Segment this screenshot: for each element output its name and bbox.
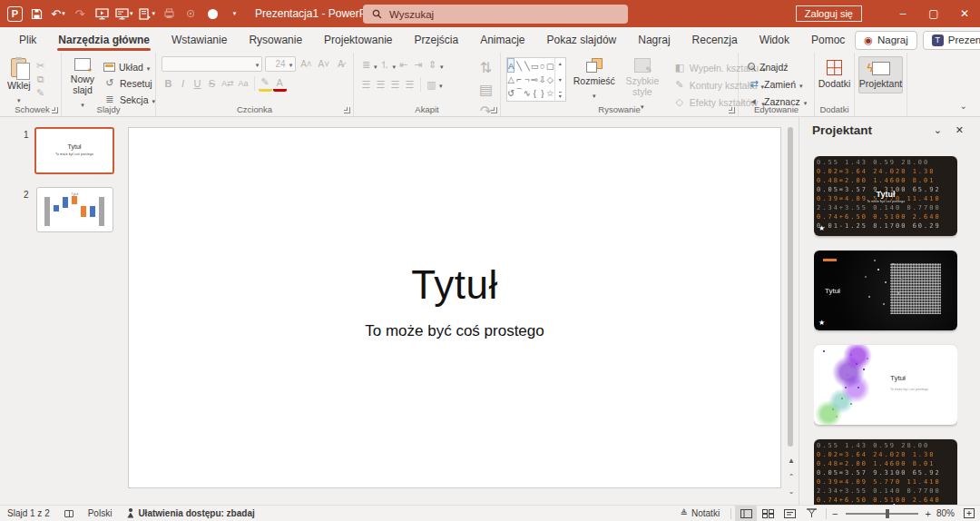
slide-sorter-view-button[interactable] <box>757 506 779 521</box>
shape-icon[interactable]: ⌒ <box>514 86 524 101</box>
align-left-icon[interactable]: ☰ <box>359 78 373 92</box>
tab-plik[interactable]: Plik <box>9 29 46 51</box>
text-box-shape-icon[interactable]: A <box>507 58 514 73</box>
scrollbar-thumb[interactable] <box>788 127 793 447</box>
align-center-icon[interactable]: ☰ <box>374 78 387 92</box>
redo-icon[interactable]: ↷ <box>72 5 88 23</box>
minimize-button[interactable]: – <box>887 0 918 27</box>
language-button[interactable]: Polski <box>81 506 120 521</box>
slideshow-view-button[interactable] <box>800 506 822 521</box>
tab-nagraj[interactable]: Nagraj <box>628 29 680 51</box>
increase-indent-icon[interactable]: ⇥ <box>411 58 425 72</box>
powerpoint-logo-icon[interactable]: P <box>7 6 23 22</box>
slide-thumbnail-1[interactable]: Tytuł To może być coś prostego <box>34 127 114 174</box>
shape-icon[interactable]: ¬ <box>524 73 531 85</box>
highlight-color-icon[interactable]: ✎ <box>259 75 272 92</box>
addins-button[interactable]: Dodatki <box>815 56 854 89</box>
paste-button[interactable]: Wklej <box>4 54 34 104</box>
font-size-select[interactable]: 24 <box>265 56 296 72</box>
designer-button[interactable]: Projektant <box>858 56 903 93</box>
text-direction-icon[interactable]: ⇅ <box>477 58 495 77</box>
change-case-icon[interactable]: Aa <box>237 78 250 89</box>
slide-subtitle-text[interactable]: To może być coś prostego <box>129 322 780 340</box>
align-right-icon[interactable]: ☰ <box>388 78 402 92</box>
bold-icon[interactable]: B <box>162 77 175 90</box>
align-text-icon[interactable]: ▤ <box>477 80 495 99</box>
shape-icon[interactable]: ⇩ <box>539 73 546 85</box>
presence-toggle-icon[interactable] <box>204 5 220 23</box>
design-idea-4[interactable]: 0.55 1.43 0.59 28.000.02=3.64 24.020 1.3… <box>814 439 957 505</box>
quick-styles-button[interactable]: Szybkie style <box>622 54 662 111</box>
shape-icon[interactable]: { <box>531 86 539 101</box>
grow-font-icon[interactable]: A˄ <box>299 58 313 70</box>
font-name-select[interactable] <box>162 56 262 72</box>
paragraph-dialog-launcher[interactable] <box>491 107 497 113</box>
maximize-button[interactable]: ▢ <box>918 0 949 27</box>
shape-icon[interactable]: ⌐ <box>514 73 524 85</box>
slideshow-icon[interactable]: ▾ <box>115 5 133 23</box>
shapes-gallery-scroll[interactable]: ▴▾▾ <box>554 58 565 101</box>
font-color-icon[interactable]: A <box>273 76 287 92</box>
current-slide[interactable]: Tytuł To może być coś prostego <box>128 127 781 488</box>
notes-button[interactable]: ≜ Notatki <box>673 506 728 521</box>
tab-projektowanie[interactable]: Projektowanie <box>314 29 402 51</box>
line-spacing-icon[interactable]: ⇕ <box>426 58 439 72</box>
present-options-icon[interactable]: ▾ <box>139 5 156 23</box>
designer-collapse-icon[interactable]: ⌄ <box>934 124 942 136</box>
strikethrough-icon[interactable]: S <box>205 77 219 90</box>
design-idea-3[interactable]: Tytuł To może być coś prostego <box>814 345 957 425</box>
slideshow-from-start-icon[interactable] <box>93 5 110 23</box>
shape-icon[interactable]: ╲ <box>514 58 524 73</box>
arrange-button[interactable]: Rozmieść <box>570 54 619 111</box>
shape-icon[interactable]: ↺ <box>507 86 514 101</box>
zoom-out-button[interactable]: − <box>830 508 839 519</box>
customize-quick-access-icon[interactable]: ▾ <box>226 5 242 23</box>
tab-narzędzia-główne[interactable]: Narzędzia główne <box>48 29 160 51</box>
scroll-up-icon[interactable]: ▲ <box>786 457 797 465</box>
shape-icon[interactable]: ⇨ <box>531 73 539 85</box>
justify-icon[interactable]: ☰ <box>403 78 416 92</box>
previous-slide-icon[interactable]: ⌃ <box>786 473 797 481</box>
tab-przejścia[interactable]: Przejścia <box>404 29 468 51</box>
accessibility-button[interactable]: Ułatwienia dostępu: zbadaj <box>119 506 261 521</box>
present-in-teams-button[interactable]: T Prezentuj w aplikacji Teams <box>923 31 980 50</box>
slide-title-text[interactable]: Tytuł <box>129 262 780 308</box>
italic-icon[interactable]: I <box>176 77 190 90</box>
undo-icon[interactable]: ↶▾ <box>50 5 66 23</box>
close-button[interactable]: ✕ <box>949 0 980 27</box>
new-slide-button[interactable]: Nowy slajd <box>62 54 103 109</box>
design-idea-2[interactable]: Tytuł ★ <box>814 251 957 330</box>
character-spacing-icon[interactable]: A⇄ <box>220 78 236 89</box>
tab-pokaz-slajdów[interactable]: Pokaz slajdów <box>537 29 627 51</box>
designer-close-icon[interactable]: ✕ <box>956 124 964 136</box>
shape-icon[interactable]: ◇ <box>546 73 554 85</box>
replace-button[interactable]: ⇄ Zamień <box>748 76 814 92</box>
sign-in-button[interactable]: Zaloguj się <box>796 5 862 22</box>
find-button[interactable]: Znajdź <box>748 59 814 74</box>
shape-icon[interactable]: ╲ <box>524 58 531 73</box>
next-slide-icon[interactable]: ⌄ <box>786 487 797 496</box>
fit-to-window-button[interactable] <box>958 506 980 521</box>
design-idea-1[interactable]: 0.55 1.43 0.59 28.000.02=3.64 24.020 1.3… <box>814 156 957 236</box>
zoom-in-button[interactable]: + <box>924 508 933 519</box>
spellcheck-button[interactable] <box>57 506 81 521</box>
tab-widok[interactable]: Widok <box>750 29 799 51</box>
clipboard-dialog-launcher[interactable] <box>52 107 58 113</box>
columns-icon[interactable]: ▥ <box>425 78 438 92</box>
tab-rysowanie[interactable]: Rysowanie <box>239 29 312 51</box>
reading-view-button[interactable] <box>779 506 800 521</box>
shape-icon[interactable]: ▭ <box>531 58 539 73</box>
vertical-scrollbar[interactable]: ▲ ⌃ ⌄ <box>786 117 795 505</box>
collapse-ribbon-icon[interactable]: ⌄ <box>960 101 967 111</box>
slide-thumbnail-2[interactable]: Tytuł <box>36 187 113 232</box>
shape-icon[interactable]: △ <box>507 73 514 85</box>
normal-view-button[interactable] <box>735 506 757 521</box>
zoom-level[interactable]: 80% <box>933 506 958 521</box>
search-input[interactable]: Wyszukaj <box>363 5 628 24</box>
zoom-slider[interactable] <box>846 513 918 515</box>
bullets-icon[interactable]: ≣ <box>359 58 373 72</box>
shape-icon[interactable]: } <box>539 86 546 101</box>
drawing-dialog-launcher[interactable] <box>729 107 735 113</box>
save-icon[interactable] <box>28 5 44 23</box>
tab-pomoc[interactable]: Pomoc <box>801 29 855 51</box>
